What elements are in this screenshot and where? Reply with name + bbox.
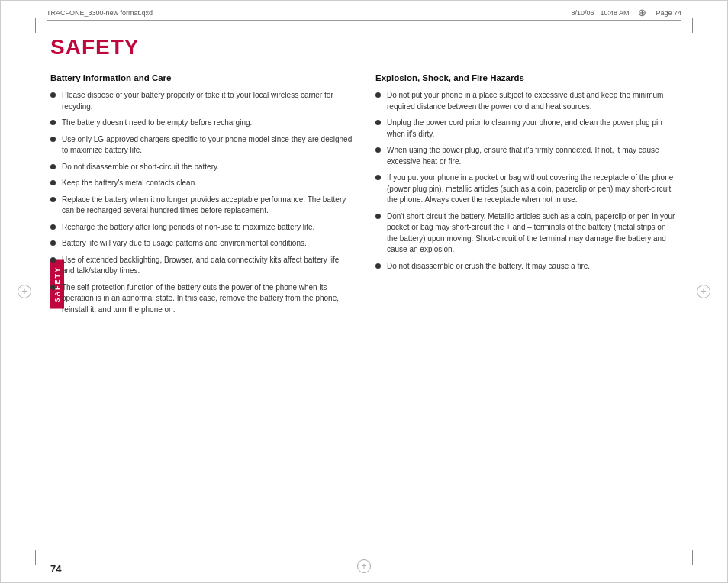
list-item-text: The battery doesn't need to be empty bef… [62, 118, 252, 129]
corner-mark-br [678, 565, 693, 565]
bullet-dot [375, 214, 381, 219]
list-item: Keep the battery's metal contacts clean. [50, 178, 353, 189]
list-item-text: Unplug the power cord prior to cleaning … [387, 118, 678, 140]
bullet-dot [50, 137, 56, 142]
list-item-text: Do not put your phone in a place subject… [387, 90, 678, 112]
side-mark-lt [35, 43, 47, 43]
content-area: SAFETY Battery Information and Care Plea… [50, 27, 678, 556]
list-item-text: Battery life will vary due to usage patt… [62, 238, 307, 250]
bullet-dot [375, 92, 381, 98]
list-item: Battery life will vary due to usage patt… [50, 238, 353, 250]
reg-mark-header: ⊕ [638, 7, 646, 18]
list-item-text: Recharge the battery after long periods … [62, 222, 314, 234]
reg-mark-bottom: + [357, 559, 371, 573]
list-item: Don't short-circuit the battery. Metalli… [375, 211, 678, 256]
header-filename: TRACFONE_3300-new format.qxd [47, 9, 565, 17]
side-mark-rb [681, 540, 693, 540]
side-mark-rt [681, 43, 693, 43]
bullet-dot [375, 147, 381, 153]
bullet-dot [50, 285, 56, 290]
bullet-dot [375, 120, 381, 125]
list-item: Use only LG-approved chargers specific t… [50, 134, 353, 156]
left-bullet-list: Please dispose of your battery properly … [50, 90, 353, 315]
bullet-dot [50, 92, 56, 98]
list-item-text: Replace the battery when it no longer pr… [62, 195, 353, 217]
corner-mark-br-v [692, 550, 693, 565]
list-item: Please dispose of your battery properly … [50, 90, 353, 112]
list-item-text: Do not disassemble or short-circuit the … [62, 162, 219, 173]
right-column-heading: Explosion, Shock, and Fire Hazards [375, 73, 678, 82]
bullet-dot [375, 175, 381, 180]
reg-mark-right: + [697, 285, 710, 298]
list-item: Use of extended backlighting, Browser, a… [50, 255, 353, 277]
corner-mark-tr-v [692, 18, 693, 33]
list-item: Replace the battery when it no longer pr… [50, 195, 353, 217]
reg-mark-left: + [18, 285, 31, 298]
list-item-text: If you put your phone in a pocket or bag… [387, 172, 678, 206]
bullet-dot [50, 164, 56, 169]
right-bullet-list: Do not put your phone in a place subject… [375, 90, 678, 272]
list-item-text: Use only LG-approved chargers specific t… [62, 134, 353, 156]
list-item: The battery doesn't need to be empty bef… [50, 118, 353, 129]
columns-container: Battery Information and Care Please disp… [50, 73, 678, 320]
list-item: If you put your phone in a pocket or bag… [375, 172, 678, 206]
page-container: + + + TRACFONE_3300-new format.qxd 8/10/… [0, 0, 728, 583]
header-bar: TRACFONE_3300-new format.qxd 8/10/06 10:… [47, 7, 681, 21]
list-item-text: Don't short-circuit the battery. Metalli… [387, 211, 678, 256]
left-column-heading: Battery Information and Care [50, 73, 353, 82]
bullet-dot [50, 120, 56, 125]
right-column: Explosion, Shock, and Fire Hazards Do no… [375, 73, 678, 320]
header-time: 10:48 AM [600, 9, 629, 17]
bullet-dot [375, 263, 381, 269]
bullet-dot [50, 180, 56, 185]
corner-mark-tl-v [35, 18, 36, 33]
corner-mark-bl-v [35, 550, 36, 565]
page-number: 74 [50, 563, 61, 575]
bullet-dot [50, 240, 56, 246]
list-item-text: Please dispose of your battery properly … [62, 90, 353, 112]
header-date: 8/10/06 [571, 9, 594, 17]
bullet-dot [50, 257, 56, 263]
left-column: Battery Information and Care Please disp… [50, 73, 353, 320]
list-item-text: When using the power plug, ensure that i… [387, 145, 678, 167]
list-item-text: Use of extended backlighting, Browser, a… [62, 255, 353, 277]
list-item: Recharge the battery after long periods … [50, 222, 353, 234]
bullet-dot [50, 197, 56, 202]
page-title: SAFETY [50, 35, 678, 60]
list-item: Do not disassemble or crush the battery.… [375, 261, 678, 272]
list-item-text: Do not disassemble or crush the battery.… [387, 261, 590, 272]
list-item: Do not disassemble or short-circuit the … [50, 162, 353, 173]
header-page: Page 74 [656, 9, 681, 17]
corner-mark-bl [35, 565, 50, 565]
list-item: Do not put your phone in a place subject… [375, 90, 678, 112]
list-item: Unplug the power cord prior to cleaning … [375, 118, 678, 140]
bullet-dot [50, 224, 56, 230]
list-item: When using the power plug, ensure that i… [375, 145, 678, 167]
side-mark-lb [35, 540, 47, 540]
list-item: The self-protection function of the batt… [50, 282, 353, 316]
list-item-text: The self-protection function of the batt… [62, 282, 353, 316]
list-item-text: Keep the battery's metal contacts clean. [62, 178, 197, 189]
